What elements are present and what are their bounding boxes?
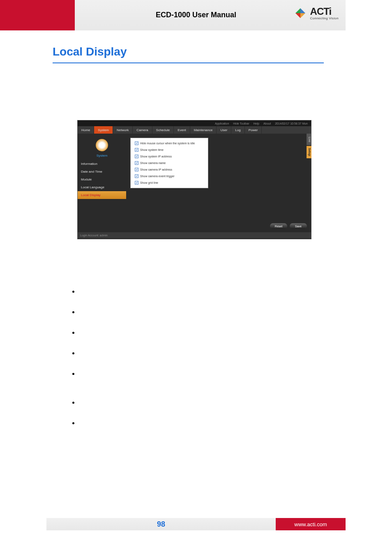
tab-maintenance[interactable]: Maintenance bbox=[190, 126, 217, 134]
checkbox-icon: ✓ bbox=[135, 174, 138, 178]
section-underline bbox=[53, 62, 324, 63]
svg-marker-2 bbox=[300, 13, 305, 18]
svg-marker-0 bbox=[295, 8, 300, 13]
checkbox-show-system-time[interactable]: ✓Show system time bbox=[135, 148, 204, 152]
brand-logo: ACTi Connecting Vision bbox=[293, 6, 339, 21]
logo-icon bbox=[293, 6, 308, 21]
checkbox-icon: ✓ bbox=[135, 161, 138, 165]
page-number: 98 bbox=[46, 518, 276, 530]
tab-camera[interactable]: Camera bbox=[133, 126, 152, 134]
checkbox-icon: ✓ bbox=[135, 155, 138, 158]
checkbox-show-camera-name[interactable]: ✓Show camera name bbox=[135, 161, 204, 165]
tab-event[interactable]: Event bbox=[174, 126, 190, 134]
side-tab-setup[interactable]: Setup bbox=[307, 146, 311, 158]
sidebar-item-date-time[interactable]: Date and Time bbox=[78, 168, 126, 176]
checkbox-icon: ✓ bbox=[135, 141, 138, 145]
topbar-datetime: 2014/02/17 10:58:37 Mon bbox=[275, 122, 308, 125]
bullet-icon bbox=[72, 352, 74, 354]
main-tabs-row: Home System Network Camera Schedule Even… bbox=[78, 126, 311, 134]
topbar-help[interactable]: Help bbox=[254, 122, 259, 125]
list-item bbox=[72, 288, 319, 293]
list-item bbox=[72, 370, 319, 375]
settings-sidebar: System Information Date and Time Module … bbox=[78, 134, 126, 232]
tab-log[interactable]: Log bbox=[231, 126, 244, 134]
list-item bbox=[72, 399, 319, 404]
tab-home[interactable]: Home bbox=[78, 126, 94, 134]
application-screenshot: Application Hide Toolbar Help About 2014… bbox=[77, 120, 311, 239]
sidebar-item-information[interactable]: Information bbox=[78, 160, 126, 168]
checkbox-icon: ✓ bbox=[135, 148, 138, 152]
gear-icon bbox=[96, 139, 108, 151]
tab-schedule[interactable]: Schedule bbox=[152, 126, 174, 134]
logo-text-sub: Connecting Vision bbox=[310, 16, 339, 20]
bullet-icon bbox=[72, 291, 74, 293]
topbar-hide-toolbar[interactable]: Hide Toolbar bbox=[233, 122, 249, 125]
list-item bbox=[72, 329, 319, 334]
page-footer: 98 www.acti.com bbox=[46, 518, 346, 530]
checkbox-show-grid-line[interactable]: ✓Show grid line bbox=[135, 181, 204, 185]
tab-power[interactable]: Power bbox=[245, 126, 262, 134]
topbar-application[interactable]: Application bbox=[215, 122, 229, 125]
tab-system[interactable]: System bbox=[94, 126, 113, 134]
bullet-icon bbox=[72, 402, 74, 404]
login-account-footer: Login Account: admin bbox=[78, 232, 311, 238]
sidebar-item-module[interactable]: Module bbox=[78, 176, 126, 183]
list-item bbox=[72, 308, 319, 313]
bullet-icon bbox=[72, 311, 74, 313]
settings-content-pane: ✓Hide mouse cursor when the system is id… bbox=[126, 134, 311, 232]
bullet-icon bbox=[72, 422, 74, 424]
logo-text-main: ACTi bbox=[310, 7, 339, 16]
app-topbar: Application Hide Toolbar Help About 2014… bbox=[78, 120, 311, 126]
sidebar-section-label: System bbox=[97, 154, 108, 157]
list-item bbox=[72, 349, 319, 354]
tab-network[interactable]: Network bbox=[113, 126, 133, 134]
list-item bbox=[72, 419, 319, 424]
checkbox-icon: ✓ bbox=[135, 168, 138, 171]
tab-user[interactable]: User bbox=[217, 126, 231, 134]
svg-marker-1 bbox=[300, 8, 305, 13]
checkbox-icon: ✓ bbox=[135, 181, 138, 185]
bullet-list bbox=[72, 288, 319, 440]
sidebar-item-local-language[interactable]: Local Language bbox=[78, 183, 126, 191]
footer-url: www.acti.com bbox=[276, 518, 346, 530]
bullet-icon bbox=[72, 373, 74, 375]
section-heading: Local Display bbox=[53, 45, 127, 58]
svg-marker-3 bbox=[295, 13, 300, 18]
reset-button[interactable]: Reset bbox=[270, 223, 287, 229]
checkbox-hide-mouse[interactable]: ✓Hide mouse cursor when the system is id… bbox=[135, 141, 204, 145]
sidebar-item-local-display[interactable]: Local Display bbox=[78, 191, 126, 199]
checkbox-show-system-ip[interactable]: ✓Show system IP address bbox=[135, 155, 204, 158]
checkbox-show-camera-ip[interactable]: ✓Show camera IP address bbox=[135, 168, 204, 171]
side-tab-live[interactable]: Live bbox=[307, 134, 311, 145]
checkbox-show-camera-event-trigger[interactable]: ✓Show camera event trigger bbox=[135, 174, 204, 178]
bullet-icon bbox=[72, 332, 74, 334]
checkbox-panel: ✓Hide mouse cursor when the system is id… bbox=[130, 138, 208, 188]
save-button[interactable]: Save bbox=[290, 223, 307, 229]
topbar-about[interactable]: About bbox=[263, 122, 271, 125]
